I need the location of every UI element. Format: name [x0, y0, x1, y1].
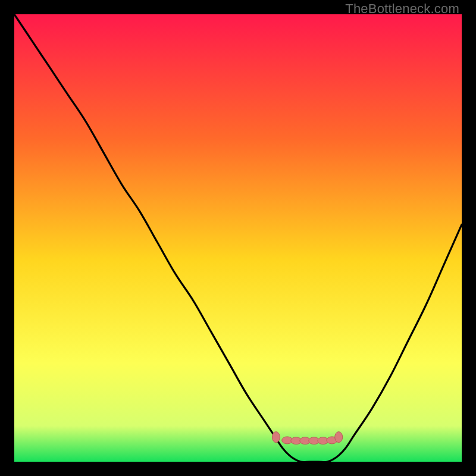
- bottleneck-chart: [14, 14, 462, 462]
- optimal-marker: [272, 432, 280, 443]
- watermark-text: TheBottleneck.com: [345, 1, 459, 17]
- chart-frame: [14, 14, 462, 462]
- optimal-marker: [335, 432, 343, 443]
- gradient-backplate: [14, 14, 462, 462]
